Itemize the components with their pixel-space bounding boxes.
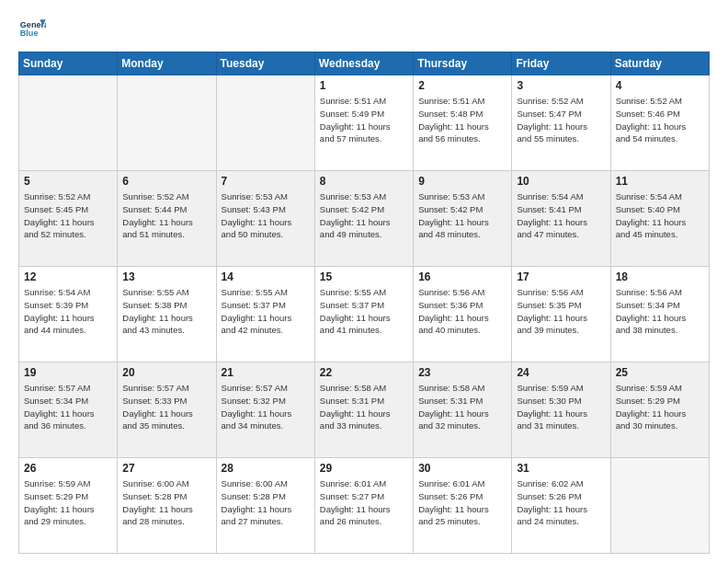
day-info: Sunrise: 5:52 AM Sunset: 5:44 PM Dayligh… — [122, 190, 210, 241]
day-cell: 16Sunrise: 5:56 AM Sunset: 5:36 PM Dayli… — [414, 267, 512, 362]
day-cell: 1Sunrise: 5:51 AM Sunset: 5:49 PM Daylig… — [314, 75, 413, 171]
day-info: Sunrise: 5:56 AM Sunset: 5:36 PM Dayligh… — [418, 286, 506, 337]
page: General Blue SundayMondayTuesdayWednesda… — [0, 0, 728, 563]
day-number: 20 — [122, 366, 210, 379]
day-number: 15 — [320, 270, 408, 283]
day-number: 23 — [418, 366, 506, 379]
day-cell: 3Sunrise: 5:52 AM Sunset: 5:47 PM Daylig… — [512, 75, 610, 171]
day-cell: 24Sunrise: 5:59 AM Sunset: 5:30 PM Dayli… — [512, 362, 610, 458]
day-number: 11 — [616, 175, 704, 188]
day-cell: 26Sunrise: 5:59 AM Sunset: 5:29 PM Dayli… — [19, 458, 118, 554]
day-info: Sunrise: 6:00 AM Sunset: 5:28 PM Dayligh… — [222, 477, 310, 528]
day-cell: 6Sunrise: 5:52 AM Sunset: 5:44 PM Daylig… — [118, 171, 216, 267]
day-cell — [216, 75, 314, 171]
day-info: Sunrise: 6:02 AM Sunset: 5:26 PM Dayligh… — [517, 477, 605, 528]
week-row-3: 19Sunrise: 5:57 AM Sunset: 5:34 PM Dayli… — [19, 362, 710, 458]
day-cell: 29Sunrise: 6:01 AM Sunset: 5:27 PM Dayli… — [314, 458, 413, 554]
day-info: Sunrise: 5:53 AM Sunset: 5:42 PM Dayligh… — [418, 190, 506, 241]
day-info: Sunrise: 5:52 AM Sunset: 5:46 PM Dayligh… — [616, 95, 704, 145]
weekday-header-thursday: Thursday — [414, 52, 512, 75]
day-cell: 30Sunrise: 6:01 AM Sunset: 5:26 PM Dayli… — [414, 458, 512, 554]
day-number: 17 — [517, 270, 605, 283]
day-info: Sunrise: 5:54 AM Sunset: 5:39 PM Dayligh… — [24, 286, 112, 337]
day-info: Sunrise: 5:56 AM Sunset: 5:35 PM Dayligh… — [517, 286, 605, 337]
day-cell: 8Sunrise: 5:53 AM Sunset: 5:42 PM Daylig… — [314, 171, 413, 267]
day-number: 31 — [517, 462, 605, 475]
weekday-header-monday: Monday — [118, 52, 216, 75]
day-cell: 12Sunrise: 5:54 AM Sunset: 5:39 PM Dayli… — [19, 267, 118, 362]
day-number: 27 — [122, 462, 210, 475]
day-number: 6 — [122, 175, 210, 188]
week-row-4: 26Sunrise: 5:59 AM Sunset: 5:29 PM Dayli… — [19, 458, 710, 554]
day-info: Sunrise: 5:54 AM Sunset: 5:40 PM Dayligh… — [616, 190, 704, 241]
day-number: 12 — [24, 270, 112, 283]
week-row-1: 5Sunrise: 5:52 AM Sunset: 5:45 PM Daylig… — [19, 171, 710, 267]
day-cell: 21Sunrise: 5:57 AM Sunset: 5:32 PM Dayli… — [216, 362, 314, 458]
day-number: 13 — [122, 270, 210, 283]
day-info: Sunrise: 5:52 AM Sunset: 5:45 PM Dayligh… — [24, 190, 112, 241]
day-number: 4 — [616, 79, 704, 92]
day-info: Sunrise: 6:00 AM Sunset: 5:28 PM Dayligh… — [122, 477, 210, 528]
day-number: 5 — [24, 175, 112, 188]
day-cell — [19, 75, 118, 171]
svg-text:Blue: Blue — [20, 29, 39, 38]
day-cell: 17Sunrise: 5:56 AM Sunset: 5:35 PM Dayli… — [512, 267, 610, 362]
day-number: 19 — [24, 366, 112, 379]
day-number: 18 — [616, 270, 704, 283]
day-cell: 2Sunrise: 5:51 AM Sunset: 5:48 PM Daylig… — [414, 75, 512, 171]
day-number: 25 — [616, 366, 704, 379]
weekday-header-row: SundayMondayTuesdayWednesdayThursdayFrid… — [19, 52, 710, 75]
day-info: Sunrise: 5:53 AM Sunset: 5:43 PM Dayligh… — [222, 190, 310, 241]
day-number: 24 — [517, 366, 605, 379]
day-info: Sunrise: 5:55 AM Sunset: 5:38 PM Dayligh… — [122, 286, 210, 337]
day-info: Sunrise: 5:58 AM Sunset: 5:31 PM Dayligh… — [320, 382, 408, 432]
day-info: Sunrise: 5:59 AM Sunset: 5:30 PM Dayligh… — [517, 382, 605, 432]
day-cell: 5Sunrise: 5:52 AM Sunset: 5:45 PM Daylig… — [19, 171, 118, 267]
header: General Blue — [18, 17, 710, 42]
day-cell: 4Sunrise: 5:52 AM Sunset: 5:46 PM Daylig… — [610, 75, 709, 171]
logo-icon: General Blue — [18, 17, 46, 42]
day-number: 30 — [418, 462, 506, 475]
day-cell: 18Sunrise: 5:56 AM Sunset: 5:34 PM Dayli… — [610, 267, 709, 362]
weekday-header-saturday: Saturday — [610, 52, 709, 75]
day-info: Sunrise: 5:51 AM Sunset: 5:49 PM Dayligh… — [320, 95, 408, 145]
day-number: 2 — [418, 79, 506, 92]
day-cell: 22Sunrise: 5:58 AM Sunset: 5:31 PM Dayli… — [314, 362, 413, 458]
day-info: Sunrise: 5:55 AM Sunset: 5:37 PM Dayligh… — [320, 286, 408, 337]
day-info: Sunrise: 5:57 AM Sunset: 5:34 PM Dayligh… — [24, 382, 112, 432]
day-info: Sunrise: 5:52 AM Sunset: 5:47 PM Dayligh… — [517, 95, 605, 145]
day-number: 21 — [222, 366, 310, 379]
day-info: Sunrise: 5:55 AM Sunset: 5:37 PM Dayligh… — [222, 286, 310, 337]
weekday-header-wednesday: Wednesday — [314, 52, 413, 75]
weekday-header-tuesday: Tuesday — [216, 52, 314, 75]
day-cell: 11Sunrise: 5:54 AM Sunset: 5:40 PM Dayli… — [610, 171, 709, 267]
day-info: Sunrise: 5:53 AM Sunset: 5:42 PM Dayligh… — [320, 190, 408, 241]
day-info: Sunrise: 5:59 AM Sunset: 5:29 PM Dayligh… — [24, 477, 112, 528]
day-number: 3 — [517, 79, 605, 92]
day-cell — [118, 75, 216, 171]
day-cell: 25Sunrise: 5:59 AM Sunset: 5:29 PM Dayli… — [610, 362, 709, 458]
day-number: 28 — [222, 462, 310, 475]
day-number: 22 — [320, 366, 408, 379]
day-cell: 10Sunrise: 5:54 AM Sunset: 5:41 PM Dayli… — [512, 171, 610, 267]
day-number: 26 — [24, 462, 112, 475]
week-row-2: 12Sunrise: 5:54 AM Sunset: 5:39 PM Dayli… — [19, 267, 710, 362]
day-info: Sunrise: 5:51 AM Sunset: 5:48 PM Dayligh… — [418, 95, 506, 145]
day-info: Sunrise: 5:59 AM Sunset: 5:29 PM Dayligh… — [616, 382, 704, 432]
day-cell: 9Sunrise: 5:53 AM Sunset: 5:42 PM Daylig… — [414, 171, 512, 267]
day-cell: 28Sunrise: 6:00 AM Sunset: 5:28 PM Dayli… — [216, 458, 314, 554]
day-info: Sunrise: 5:56 AM Sunset: 5:34 PM Dayligh… — [616, 286, 704, 337]
day-number: 16 — [418, 270, 506, 283]
day-number: 10 — [517, 175, 605, 188]
day-info: Sunrise: 5:57 AM Sunset: 5:33 PM Dayligh… — [122, 382, 210, 432]
weekday-header-friday: Friday — [512, 52, 610, 75]
day-cell: 23Sunrise: 5:58 AM Sunset: 5:31 PM Dayli… — [414, 362, 512, 458]
weekday-header-sunday: Sunday — [19, 52, 118, 75]
day-cell: 15Sunrise: 5:55 AM Sunset: 5:37 PM Dayli… — [314, 267, 413, 362]
day-number: 29 — [320, 462, 408, 475]
day-number: 14 — [222, 270, 310, 283]
day-number: 1 — [320, 79, 408, 92]
day-number: 9 — [418, 175, 506, 188]
day-cell: 13Sunrise: 5:55 AM Sunset: 5:38 PM Dayli… — [118, 267, 216, 362]
day-cell: 20Sunrise: 5:57 AM Sunset: 5:33 PM Dayli… — [118, 362, 216, 458]
